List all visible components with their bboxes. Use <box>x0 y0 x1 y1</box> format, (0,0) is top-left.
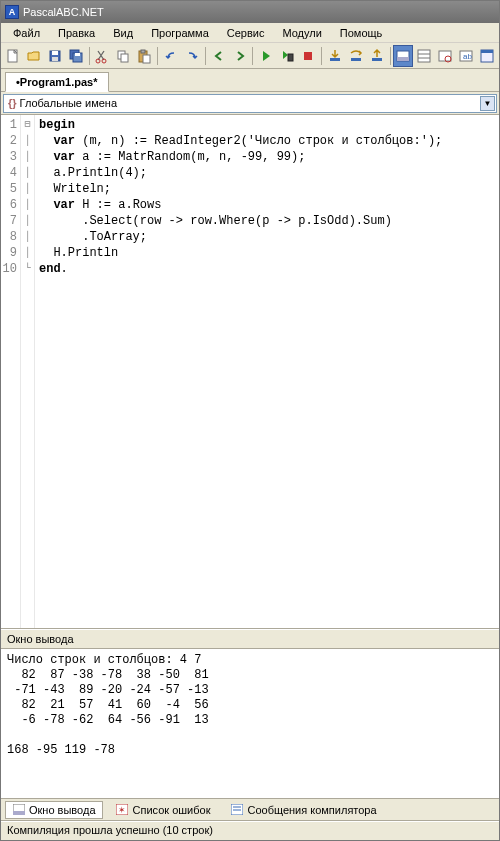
svg-rect-29 <box>481 50 493 53</box>
save-button[interactable] <box>45 45 65 67</box>
fold-column[interactable]: ⊟││││││││└ <box>21 115 35 628</box>
tab-strip: •Program1.pas* <box>1 69 499 92</box>
svg-rect-10 <box>121 54 128 62</box>
step-out-button[interactable] <box>367 45 387 67</box>
messages-icon <box>230 804 243 816</box>
menu-view[interactable]: Вид <box>105 25 141 41</box>
paste-button[interactable] <box>134 45 154 67</box>
cut-button[interactable] <box>92 45 112 67</box>
run-noconsole-button[interactable] <box>277 45 297 67</box>
menu-edit[interactable]: Правка <box>50 25 103 41</box>
save-all-button[interactable] <box>66 45 86 67</box>
svg-rect-21 <box>418 50 430 62</box>
output-panel-title: Окно вывода <box>1 629 499 649</box>
copy-button[interactable] <box>113 45 133 67</box>
run-button[interactable] <box>256 45 276 67</box>
scope-combo[interactable]: {} Глобальные имена ▼ <box>3 94 497 113</box>
svg-text:ab: ab <box>463 52 472 61</box>
svg-rect-18 <box>372 58 382 61</box>
svg-rect-6 <box>75 53 80 56</box>
code-editor[interactable]: 12345678910 ⊟││││││││└ begin var (m, n) … <box>1 115 499 629</box>
stop-button[interactable] <box>298 45 318 67</box>
menu-file[interactable]: Файл <box>5 25 48 41</box>
toolbar-separator <box>157 47 158 65</box>
redo-button[interactable] <box>182 45 202 67</box>
svg-rect-20 <box>397 57 409 61</box>
svg-rect-12 <box>141 50 145 53</box>
variables-button[interactable]: ab <box>456 45 476 67</box>
toolbar-separator <box>252 47 253 65</box>
svg-rect-13 <box>143 55 150 63</box>
open-file-button[interactable] <box>24 45 44 67</box>
menu-help[interactable]: Помощь <box>332 25 391 41</box>
scope-combo-row: {} Глобальные имена ▼ <box>1 92 499 115</box>
svg-text:✶: ✶ <box>118 805 126 815</box>
toolbar-separator <box>390 47 391 65</box>
bottom-tab-strip: Окно вывода ✶ Список ошибок Сообщения ко… <box>1 799 499 821</box>
scope-combo-label: Глобальные имена <box>20 97 118 109</box>
svg-rect-14 <box>288 54 293 61</box>
status-bar: Компиляция прошла успешно (10 строк) <box>1 821 499 840</box>
menu-service[interactable]: Сервис <box>219 25 273 41</box>
properties-button[interactable] <box>414 45 434 67</box>
line-gutter: 12345678910 <box>1 115 21 628</box>
svg-rect-17 <box>351 58 361 61</box>
tab-errors[interactable]: ✶ Список ошибок <box>109 801 218 819</box>
new-file-button[interactable] <box>3 45 23 67</box>
tab-output[interactable]: Окно вывода <box>5 801 103 819</box>
menu-program[interactable]: Программа <box>143 25 217 41</box>
step-into-button[interactable] <box>325 45 345 67</box>
braces-icon: {} <box>8 97 17 109</box>
menu-modules[interactable]: Модули <box>274 25 329 41</box>
toolbar-separator <box>205 47 206 65</box>
output-panel[interactable]: Число строк и столбцов: 4 7 82 87 -38 -7… <box>1 649 499 799</box>
tab-messages[interactable]: Сообщения компилятора <box>223 801 383 819</box>
svg-rect-31 <box>13 811 25 815</box>
app-icon: A <box>5 5 19 19</box>
app-title: PascalABC.NET <box>23 6 104 18</box>
code-area[interactable]: begin var (m, n) := ReadInteger2('Число … <box>35 115 499 628</box>
errors-icon: ✶ <box>116 804 129 816</box>
svg-rect-3 <box>52 57 58 61</box>
chevron-down-icon[interactable]: ▼ <box>480 96 495 111</box>
watch-button[interactable] <box>435 45 455 67</box>
output-icon <box>12 804 25 816</box>
nav-back-button[interactable] <box>209 45 229 67</box>
toolbar-separator <box>321 47 322 65</box>
menu-bar: Файл Правка Вид Программа Сервис Модули … <box>1 23 499 43</box>
title-bar: A PascalABC.NET <box>1 1 499 23</box>
toolbar-separator <box>89 47 90 65</box>
file-tab[interactable]: •Program1.pas* <box>5 72 109 92</box>
status-text: Компиляция прошла успешно (10 строк) <box>7 824 213 836</box>
toolbar: ab <box>1 43 499 69</box>
nav-forward-button[interactable] <box>230 45 250 67</box>
svg-rect-16 <box>330 58 340 61</box>
undo-button[interactable] <box>161 45 181 67</box>
form-designer-button[interactable] <box>477 45 497 67</box>
panel-toggle-button[interactable] <box>393 45 413 67</box>
svg-rect-2 <box>52 51 58 55</box>
step-over-button[interactable] <box>346 45 366 67</box>
svg-rect-15 <box>304 52 312 60</box>
